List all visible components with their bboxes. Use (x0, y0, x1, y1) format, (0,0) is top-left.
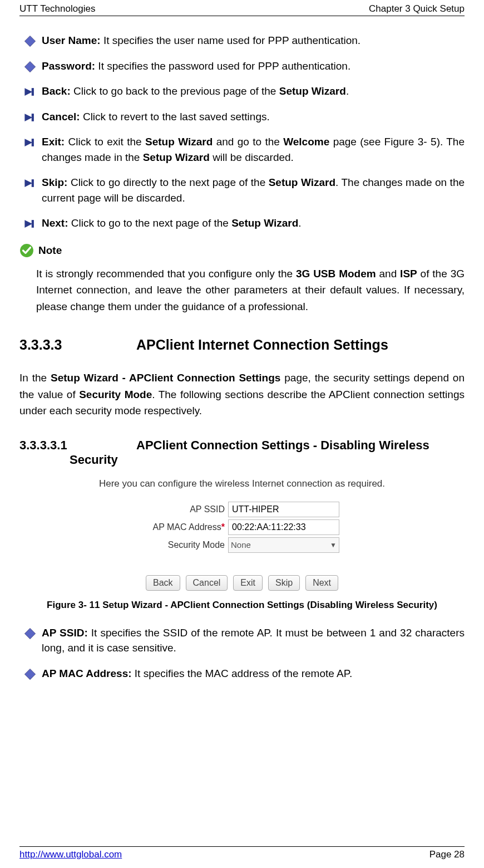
action-text: Back: Click to go back to the previous p… (42, 84, 465, 99)
param-text: AP SSID: It specifies the SSID of the re… (42, 625, 465, 656)
svg-marker-1 (24, 61, 35, 72)
arrow-bullet-icon (24, 111, 36, 124)
ap-mac-input[interactable] (228, 519, 339, 535)
action-label: Cancel: (42, 111, 80, 122)
security-mode-label: Security Mode (145, 540, 228, 550)
page-header: UTT Technologies Chapter 3 Quick Setup (19, 0, 465, 16)
svg-marker-2 (24, 88, 32, 96)
param-text: User Name: It specifies the user name us… (42, 33, 465, 48)
arrow-bullet-icon (24, 177, 36, 189)
svg-marker-13 (24, 628, 35, 639)
diamond-bullet-icon (24, 61, 36, 73)
header-divider (19, 16, 465, 16)
svg-rect-7 (32, 139, 34, 146)
param-desc: It specifies the user name used for PPP … (101, 35, 361, 46)
action-cancel: Cancel: Click to revert to the last save… (19, 109, 465, 125)
section-heading: 3.3.3.3 APClient Internet Connection Set… (19, 337, 465, 353)
footer-link[interactable]: http://www.uttglobal.com (19, 849, 122, 860)
param-label: User Name: (42, 35, 101, 46)
security-mode-select[interactable]: None ▼ (228, 537, 339, 553)
action-back: Back: Click to go back to the previous p… (19, 84, 465, 99)
action-text: Next: Click to go to the next page of th… (42, 215, 465, 231)
action-next: Next: Click to go to the next page of th… (19, 215, 465, 231)
svg-marker-8 (24, 179, 32, 187)
param-text: Password: It specifies the password used… (42, 58, 465, 74)
wizard-button-row: Back Cancel Exit Skip Next (19, 575, 465, 591)
section-number: 3.3.3.3 (19, 337, 136, 353)
param-ap-mac: AP MAC Address: It specifies the MAC add… (19, 666, 465, 681)
action-label: Back: (42, 85, 71, 97)
section-title: APClient Internet Connection Settings (136, 337, 388, 353)
arrow-bullet-icon (24, 86, 36, 98)
action-text: Cancel: Click to revert to the last save… (42, 109, 465, 125)
back-button[interactable]: Back (146, 575, 180, 591)
checkmark-icon (19, 243, 34, 258)
subsection-heading: 3.3.3.3.1APClient Connection Settings - … (19, 438, 465, 467)
page-number: Page 28 (429, 849, 465, 860)
figure-caption: Figure 3- 11 Setup Wizard - APClient Con… (19, 600, 465, 611)
param-desc: It specifies the password used for PPP a… (95, 60, 350, 72)
param-text: AP MAC Address: It specifies the MAC add… (42, 666, 465, 681)
row-ap-ssid: AP SSID (19, 502, 465, 517)
svg-rect-11 (32, 220, 34, 228)
action-exit: Exit: Click to exit the Setup Wizard and… (19, 134, 465, 165)
exit-button[interactable]: Exit (233, 575, 263, 591)
ap-ssid-input[interactable] (228, 502, 339, 517)
cancel-button[interactable]: Cancel (186, 575, 228, 591)
action-text: Exit: Click to exit the Setup Wizard and… (42, 134, 465, 165)
svg-rect-3 (32, 88, 34, 96)
svg-rect-5 (32, 114, 34, 121)
subsection-title-line2: Security (70, 453, 465, 467)
subsection-title-line1: APClient Connection Settings - Disabling… (136, 438, 429, 453)
arrow-bullet-icon (24, 136, 36, 149)
param-username: User Name: It specifies the user name us… (19, 33, 465, 48)
svg-marker-0 (24, 36, 35, 46)
diamond-bullet-icon (24, 668, 36, 680)
action-skip: Skip: Click to go directly to the next p… (19, 175, 465, 205)
subsection-number: 3.3.3.3.1 (19, 438, 136, 453)
required-asterisk-icon: * (221, 522, 225, 532)
page-footer: http://www.uttglobal.com Page 28 (19, 846, 465, 860)
ap-mac-label: AP MAC Address* (145, 522, 228, 532)
diamond-bullet-icon (24, 35, 36, 47)
header-left: UTT Technologies (19, 3, 95, 14)
next-button[interactable]: Next (305, 575, 338, 591)
row-ap-mac: AP MAC Address* (19, 519, 465, 535)
security-mode-value: None (231, 540, 251, 550)
skip-button[interactable]: Skip (268, 575, 300, 591)
chevron-down-icon: ▼ (330, 541, 337, 549)
svg-marker-6 (24, 139, 32, 146)
note-header: Note (19, 243, 465, 258)
ap-ssid-label: AP SSID (145, 504, 228, 514)
note-body: It is strongly recommended that you conf… (19, 266, 465, 315)
param-ap-ssid: AP SSID: It specifies the SSID of the re… (19, 625, 465, 656)
section-intro: In the Setup Wizard - APClient Connectio… (19, 370, 465, 419)
figure-wizard-apclient: Here you can configure the wireless Inte… (19, 478, 465, 591)
param-label: Password: (42, 60, 95, 72)
param-password: Password: It specifies the password used… (19, 58, 465, 74)
note-label: Note (38, 244, 62, 257)
svg-marker-14 (24, 669, 35, 679)
arrow-bullet-icon (24, 218, 36, 230)
action-text: Skip: Click to go directly to the next p… (42, 175, 465, 205)
row-security-mode: Security Mode None ▼ (19, 537, 465, 553)
document-page: UTT Technologies Chapter 3 Quick Setup U… (0, 0, 484, 868)
header-right: Chapter 3 Quick Setup (369, 3, 465, 14)
svg-rect-9 (32, 179, 34, 187)
svg-marker-10 (24, 220, 32, 228)
diamond-bullet-icon (24, 627, 36, 640)
svg-marker-4 (24, 114, 32, 121)
footer-divider (19, 846, 465, 847)
figure-intro-text: Here you can configure the wireless Inte… (19, 478, 465, 489)
